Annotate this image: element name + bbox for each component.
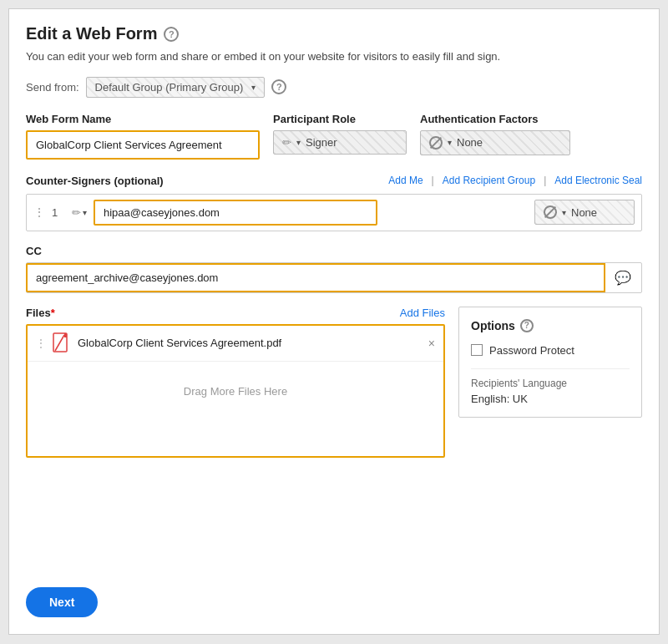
- main-fields-row: Web Form Name Participant Role ✏ ▾ Signe…: [26, 113, 642, 160]
- cc-label: CC: [26, 245, 642, 257]
- auth-value: None: [457, 136, 483, 149]
- options-help-icon[interactable]: ?: [520, 319, 534, 332]
- lower-section: Files* Add Files ⋮ GlobalCorp Client: [26, 307, 642, 458]
- role-text: Signer: [306, 136, 337, 149]
- title-help-icon[interactable]: ?: [164, 27, 179, 42]
- counter-signer-row: ⋮ 1 ✏ ▾ ▾ None: [26, 194, 642, 231]
- cc-row: 💬: [26, 262, 642, 293]
- signer-auth-chevron: ▾: [562, 208, 566, 217]
- file-name: GlobalCorp Client Services Agreement.pdf: [78, 337, 422, 349]
- files-label: Files*: [26, 307, 55, 319]
- auth-factors-select[interactable]: ▾ None: [420, 130, 570, 155]
- recipients-language-section: Recipients' Language English: UK: [471, 378, 630, 405]
- signer-chevron: ▾: [83, 208, 87, 217]
- send-from-value: Default Group (Primary Group): [95, 81, 244, 94]
- files-header: Files* Add Files: [26, 307, 445, 319]
- add-me-link[interactable]: Add Me: [388, 175, 423, 186]
- files-section: Files* Add Files ⋮ GlobalCorp Client: [26, 307, 445, 458]
- page-container: Edit a Web Form ? You can edit your web …: [8, 8, 660, 635]
- message-icon[interactable]: 💬: [605, 263, 641, 292]
- file-remove-button[interactable]: ×: [428, 337, 435, 350]
- options-title: Options: [471, 319, 515, 332]
- web-form-name-group: Web Form Name: [26, 113, 260, 160]
- counter-signers-section: Counter-Signers (optional) Add Me | Add …: [26, 175, 642, 231]
- web-form-name-label: Web Form Name: [26, 113, 260, 125]
- signer-role-icon[interactable]: ✏ ▾: [72, 206, 87, 219]
- counter-signers-header: Counter-Signers (optional) Add Me | Add …: [26, 175, 642, 187]
- signer-pen-icon: ✏: [72, 206, 81, 219]
- pdf-icon-svg: [53, 332, 71, 354]
- signer-auth-value: None: [571, 206, 597, 219]
- required-star: *: [51, 307, 55, 319]
- chevron-role: ▾: [296, 138, 301, 147]
- next-button[interactable]: Next: [26, 587, 98, 617]
- auth-factors-label: Authentication Factors: [420, 113, 570, 125]
- cc-email-input[interactable]: [26, 263, 605, 292]
- password-protect-label: Password Protect: [489, 344, 574, 357]
- add-recipient-group-link[interactable]: Add Recipient Group: [443, 175, 535, 186]
- web-form-name-input[interactable]: [26, 130, 260, 160]
- page-title: Edit a Web Form: [26, 24, 157, 43]
- auth-factors-group: Authentication Factors ▾ None: [420, 113, 570, 155]
- counter-actions: Add Me | Add Recipient Group | Add Elect…: [388, 175, 642, 186]
- participant-role-select[interactable]: ✏ ▾ Signer: [273, 130, 407, 155]
- add-electronic-seal-link[interactable]: Add Electronic Seal: [554, 175, 642, 186]
- options-section: Options ? Password Protect Recipients' L…: [458, 307, 642, 458]
- signer-no-auth-icon: [544, 205, 557, 219]
- files-box: ⋮ GlobalCorp Client Services Agreement.p…: [26, 324, 445, 458]
- options-header: Options ?: [471, 319, 630, 332]
- title-row: Edit a Web Form ?: [26, 24, 642, 43]
- options-box: Options ? Password Protect Recipients' L…: [458, 307, 642, 418]
- file-item: ⋮ GlobalCorp Client Services Agreement.p…: [28, 326, 443, 362]
- send-from-chevron: ▾: [251, 83, 256, 92]
- add-files-link[interactable]: Add Files: [400, 307, 445, 319]
- password-protect-row: Password Protect: [471, 344, 630, 357]
- pen-icon: ✏: [282, 136, 291, 149]
- cc-section: CC 💬: [26, 245, 642, 293]
- participant-role-group: Participant Role ✏ ▾ Signer: [273, 113, 407, 155]
- signer-auth-select[interactable]: ▾ None: [534, 200, 635, 225]
- options-divider: [471, 368, 630, 369]
- send-from-row: Send from: Default Group (Primary Group)…: [26, 77, 642, 98]
- send-from-select[interactable]: Default Group (Primary Group) ▾: [86, 77, 266, 98]
- recipients-language-value: English: UK: [471, 393, 630, 405]
- recipients-language-label: Recipients' Language: [471, 378, 630, 389]
- counter-signers-label: Counter-Signers (optional): [26, 175, 164, 187]
- file-drag-handle: ⋮: [36, 337, 46, 349]
- no-auth-icon: [429, 136, 443, 150]
- subtitle: You can edit your web form and share or …: [26, 48, 642, 65]
- password-protect-checkbox[interactable]: [471, 344, 483, 356]
- signer-drag-handle: ⋮: [33, 205, 45, 219]
- pdf-icon: [53, 332, 71, 354]
- signer-email-input[interactable]: [94, 200, 377, 226]
- signer-number: 1: [52, 206, 65, 219]
- participant-role-label: Participant Role: [273, 113, 407, 125]
- chevron-auth: ▾: [448, 138, 452, 147]
- send-from-help-icon[interactable]: ?: [271, 79, 286, 94]
- drag-more-text: Drag More Files Here: [28, 362, 443, 421]
- send-from-label: Send from:: [26, 81, 79, 94]
